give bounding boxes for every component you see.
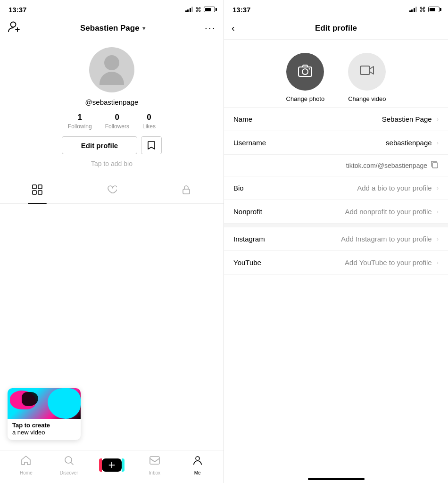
chevron-right-icon-2: › — [437, 139, 439, 146]
bio-field-row[interactable]: Bio Add a bio to your profile › — [224, 176, 448, 200]
tab-grid[interactable] — [0, 179, 75, 203]
chevron-right-icon-3: › — [437, 184, 439, 192]
instagram-field-row[interactable]: Instagram Add Instagram to your profile … — [224, 227, 448, 251]
time-right: 13:37 — [232, 6, 250, 14]
svg-point-11 — [196, 457, 199, 460]
username-value: sebastienpage › — [386, 139, 439, 147]
time-left: 13:37 — [8, 6, 26, 14]
tab-private[interactable] — [149, 179, 224, 203]
youtube-value: Add YouTube to your profile › — [345, 258, 439, 266]
likes-count: 0 — [147, 113, 151, 122]
status-icons-right: ⌘ — [409, 6, 440, 13]
wifi-icon: ⌘ — [195, 6, 201, 13]
svg-rect-16 — [432, 163, 438, 168]
create-button[interactable]: + — [102, 458, 122, 472]
nav-home[interactable]: Home — [5, 455, 48, 475]
camera-icon — [298, 64, 313, 80]
youtube-label: YouTube — [233, 258, 276, 266]
username-label: Username — [233, 139, 276, 147]
bio-value: Add a bio to your profile › — [357, 184, 439, 192]
back-button[interactable]: ‹ — [232, 23, 235, 33]
left-panel: 13:37 ⌘ Sebastien Page ▾ ··· — [0, 0, 224, 483]
more-options-button[interactable]: ··· — [205, 22, 216, 34]
create-video-card[interactable]: Tap to create a new video — [8, 388, 81, 440]
avatar — [89, 47, 134, 92]
svg-point-14 — [309, 68, 310, 69]
change-video-label: Change video — [348, 95, 386, 102]
likes-label: Likes — [142, 123, 156, 130]
right-panel: 13:37 ⌘ ‹ Edit profile — [224, 0, 448, 483]
inbox-icon — [149, 455, 160, 469]
tab-liked[interactable] — [75, 179, 149, 203]
svg-rect-3 — [33, 185, 36, 189]
chevron-right-icon: › — [437, 116, 439, 123]
url-value: tiktok.com/@sebastienpage — [346, 162, 427, 169]
nav-me[interactable]: Me — [176, 455, 219, 475]
username-display: @sebastienpage — [85, 98, 139, 106]
profile-name-nav[interactable]: Sebastien Page ▾ — [80, 24, 145, 33]
nav-inbox[interactable]: Inbox — [133, 455, 176, 475]
followers-label: Followers — [105, 123, 129, 130]
grid-icon — [32, 184, 42, 198]
video-area: Tap to create a new video — [0, 204, 224, 478]
change-video-button[interactable]: Change video — [348, 53, 386, 102]
video-icon — [359, 64, 374, 80]
edit-buttons-row: Edit profile — [62, 136, 162, 154]
following-stat[interactable]: 1 Following — [68, 113, 92, 130]
name-value: Sebastien Page › — [382, 115, 439, 123]
copy-icon — [430, 160, 439, 170]
change-photo-label: Change photo — [286, 95, 325, 102]
following-count: 1 — [78, 113, 82, 122]
followers-count: 0 — [115, 113, 119, 122]
svg-rect-6 — [38, 191, 42, 194]
status-icons-left: ⌘ — [185, 6, 216, 13]
name-field-row[interactable]: Name Sebastien Page › — [224, 108, 448, 131]
followers-stat[interactable]: 0 Followers — [105, 113, 129, 130]
signal-icon-right — [409, 7, 417, 12]
search-icon — [63, 455, 75, 469]
likes-stat[interactable]: 0 Likes — [142, 113, 156, 130]
svg-rect-4 — [38, 185, 42, 189]
top-nav-left: Sebastien Page ▾ ··· — [0, 17, 224, 40]
nav-home-label: Home — [20, 470, 33, 475]
media-buttons: Change photo Change video — [224, 40, 448, 108]
svg-rect-15 — [360, 66, 370, 75]
chevron-right-icon-4: › — [437, 208, 439, 215]
status-bar-right: 13:37 ⌘ — [224, 0, 448, 17]
svg-point-0 — [11, 22, 16, 27]
avatar-person — [100, 55, 124, 85]
battery-icon — [204, 7, 215, 12]
status-bar-left: 13:37 ⌘ — [0, 0, 224, 17]
bio-placeholder[interactable]: Tap to add bio — [91, 160, 133, 167]
username-field-row[interactable]: Username sebastienpage › — [224, 131, 448, 155]
field-separator — [224, 224, 448, 227]
svg-rect-7 — [183, 189, 190, 194]
svg-rect-5 — [33, 191, 36, 194]
svg-rect-10 — [150, 457, 159, 464]
heart-icon — [107, 184, 117, 198]
home-icon — [20, 455, 32, 469]
lock-icon — [181, 184, 191, 198]
name-label: Name — [233, 115, 276, 123]
wifi-icon-right: ⌘ — [419, 6, 426, 13]
profile-fields: Name Sebastien Page › Username sebastien… — [224, 108, 448, 475]
url-field-row[interactable]: tiktok.com/@sebastienpage — [224, 155, 448, 176]
add-user-icon[interactable] — [8, 20, 21, 37]
video-circle — [348, 53, 386, 91]
edit-profile-button[interactable]: Edit profile — [62, 136, 137, 154]
bookmark-button[interactable] — [141, 136, 162, 154]
photo-circle — [286, 53, 324, 91]
bio-label: Bio — [233, 184, 276, 192]
tabs-row — [0, 179, 224, 204]
instagram-value: Add Instagram to your profile › — [341, 235, 439, 243]
nonprofit-field-row[interactable]: Nonprofit Add nonprofit to your profile … — [224, 200, 448, 224]
youtube-field-row[interactable]: YouTube Add YouTube to your profile › — [224, 251, 448, 275]
nav-create[interactable]: + — [91, 458, 133, 472]
profile-section: @sebastienpage 1 Following 0 Followers 0… — [0, 40, 224, 179]
nav-discover[interactable]: Discover — [48, 455, 91, 475]
tap-to-create-line2: a new video — [12, 429, 76, 436]
chevron-right-icon-5: › — [437, 235, 439, 242]
home-indicator-right — [308, 478, 365, 480]
change-photo-button[interactable]: Change photo — [286, 53, 325, 102]
nonprofit-label: Nonprofit — [233, 208, 276, 216]
